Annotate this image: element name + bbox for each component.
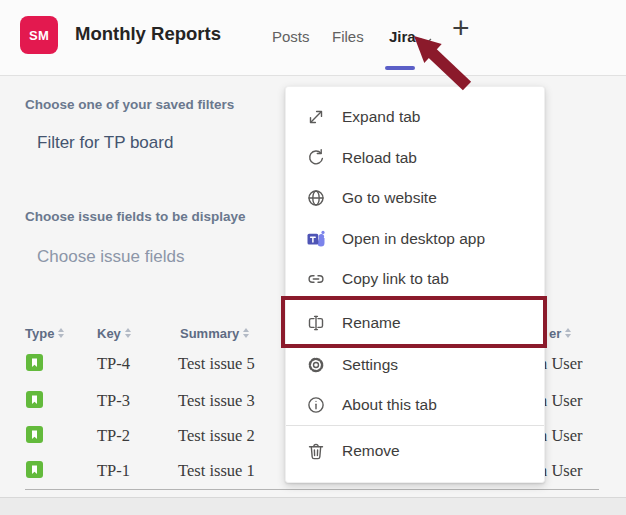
- menu-item-label: About this tab: [342, 396, 437, 414]
- menu-divider: [286, 425, 544, 426]
- add-tab-button[interactable]: +: [452, 13, 470, 43]
- link-icon: [306, 269, 326, 289]
- issue-user: n User: [539, 460, 583, 481]
- menu-item-go-to-website[interactable]: Go to website: [286, 178, 544, 218]
- expand-icon: [306, 107, 326, 127]
- chevron-down-icon[interactable]: [420, 32, 432, 50]
- menu-item-label: Copy link to tab: [342, 270, 449, 288]
- menu-item-rename[interactable]: Rename: [286, 303, 544, 343]
- menu-item-label: Rename: [342, 314, 401, 332]
- channel-avatar[interactable]: SM: [20, 16, 58, 54]
- table-bottom-border: [25, 489, 599, 490]
- column-header-key[interactable]: Key: [97, 324, 131, 342]
- column-header-type[interactable]: Type: [25, 324, 64, 342]
- teams-channel-window: SM Monthly Reports Posts Files Jira + Ch…: [0, 0, 626, 515]
- reload-icon: [306, 148, 326, 168]
- globe-icon: [306, 188, 326, 208]
- tab-files[interactable]: Files: [332, 28, 364, 45]
- menu-item-remove[interactable]: Remove: [286, 431, 544, 471]
- issue-key: TP-4: [97, 353, 130, 374]
- column-header-label: Type: [25, 326, 54, 341]
- teams-icon: [306, 229, 326, 249]
- page-title: Monthly Reports: [75, 23, 221, 45]
- menu-item-label: Expand tab: [342, 108, 420, 126]
- channel-header: SM Monthly Reports Posts Files Jira +: [0, 0, 626, 76]
- issue-summary: Test issue 1: [178, 460, 255, 481]
- issue-user: n User: [539, 390, 583, 411]
- story-icon: [26, 461, 43, 478]
- column-header-summary[interactable]: Summary: [180, 324, 249, 342]
- issue-summary: Test issue 3: [178, 390, 255, 411]
- issue-fields-select[interactable]: Choose issue fields: [37, 247, 184, 267]
- story-icon: [26, 391, 43, 408]
- window-bottom-strip: [0, 497, 626, 515]
- menu-item-expand-tab[interactable]: Expand tab: [286, 97, 544, 137]
- menu-item-label: Remove: [342, 442, 400, 460]
- issue-user: n User: [539, 353, 583, 374]
- menu-item-label: Settings: [342, 356, 398, 374]
- menu-item-about-this-tab[interactable]: About this tab: [286, 385, 544, 425]
- menu-item-reload-tab[interactable]: Reload tab: [286, 138, 544, 178]
- issue-key: TP-1: [97, 460, 130, 481]
- settings-icon: [306, 355, 326, 375]
- menu-item-settings[interactable]: Settings: [286, 345, 544, 385]
- active-tab-indicator: [385, 66, 415, 70]
- issue-summary: Test issue 5: [178, 353, 255, 374]
- tab-context-menu: Expand tab Reload tab Go to website: [285, 86, 545, 483]
- column-header-label: Summary: [180, 326, 239, 341]
- menu-item-label: Go to website: [342, 189, 437, 207]
- story-icon: [26, 354, 43, 371]
- tab-jira[interactable]: Jira: [389, 28, 416, 45]
- saved-filters-select[interactable]: Filter for TP board: [37, 133, 173, 153]
- issue-key: TP-3: [97, 390, 130, 411]
- menu-item-open-in-desktop-app[interactable]: Open in desktop app: [286, 219, 544, 259]
- sort-icon: [125, 328, 131, 338]
- tab-posts[interactable]: Posts: [272, 28, 310, 45]
- saved-filters-label: Choose one of your saved filters: [25, 97, 234, 112]
- story-icon: [26, 426, 43, 443]
- sort-icon: [243, 328, 249, 338]
- issue-fields-label: Choose issue fields to be displaye: [25, 209, 246, 224]
- menu-item-copy-link-to-tab[interactable]: Copy link to tab: [286, 259, 544, 299]
- menu-item-label: Reload tab: [342, 149, 417, 167]
- rename-icon: [306, 313, 326, 333]
- issue-summary: Test issue 2: [178, 425, 255, 446]
- issue-key: TP-2: [97, 425, 130, 446]
- menu-item-label: Open in desktop app: [342, 230, 485, 248]
- column-header-label: Key: [97, 326, 121, 341]
- column-header-label: er: [549, 326, 561, 341]
- trash-icon: [306, 441, 326, 461]
- sort-icon: [58, 328, 64, 338]
- info-icon: [306, 395, 326, 415]
- sort-icon: [565, 328, 571, 338]
- column-header-user-fragment[interactable]: er: [549, 324, 571, 342]
- issue-user: n User: [539, 425, 583, 446]
